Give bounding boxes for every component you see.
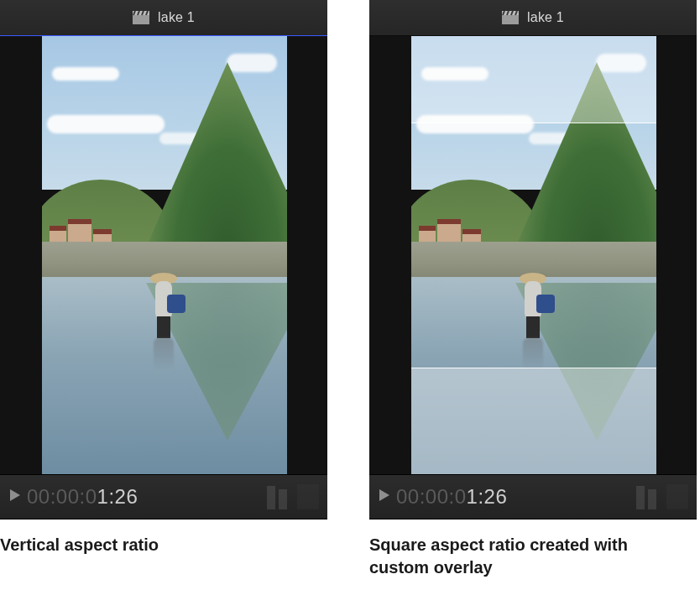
custom-overlay-top [411, 36, 656, 123]
viewer-titlebar: lake 1 [369, 0, 697, 36]
viewer-left: lake 1 [0, 0, 327, 519]
audio-meter [636, 484, 656, 509]
svg-rect-7 [502, 15, 519, 24]
scene-painting [42, 36, 287, 474]
transport-bar: 00:00:01:26 [0, 474, 327, 519]
caption-right: Square aspect ratio created with custom … [369, 534, 688, 579]
custom-overlay-bottom [411, 368, 656, 474]
timecode-value: 1:26 [97, 485, 138, 508]
clip-title: lake 1 [527, 10, 564, 25]
viewer-right: lake 1 [369, 0, 697, 519]
figure-canvas: lake 1 [0, 0, 700, 616]
video-frame [411, 36, 656, 474]
timecode-prefix: 00:00:0 [27, 485, 97, 508]
timecode-display: 00:00:01:26 [27, 485, 138, 509]
svg-marker-13 [379, 489, 389, 501]
caption-left: Vertical aspect ratio [0, 534, 319, 556]
svg-marker-6 [10, 489, 20, 501]
loop-toggle[interactable] [666, 484, 688, 509]
viewer-titlebar: lake 1 [0, 0, 327, 36]
clapper-icon [133, 11, 149, 24]
audio-meter [267, 484, 287, 509]
play-icon[interactable] [378, 488, 391, 505]
clip-title: lake 1 [158, 10, 195, 25]
play-icon[interactable] [8, 488, 22, 505]
viewer-stage[interactable] [369, 36, 697, 474]
timecode-value: 1:26 [467, 485, 508, 508]
timecode-prefix: 00:00:0 [396, 485, 467, 508]
svg-rect-0 [133, 15, 149, 24]
transport-bar: 00:00:01:26 [369, 474, 697, 519]
timecode-display: 00:00:01:26 [396, 485, 507, 509]
video-frame [42, 36, 287, 474]
viewer-stage[interactable] [0, 36, 327, 474]
clapper-icon [502, 11, 519, 24]
loop-toggle[interactable] [297, 484, 319, 509]
